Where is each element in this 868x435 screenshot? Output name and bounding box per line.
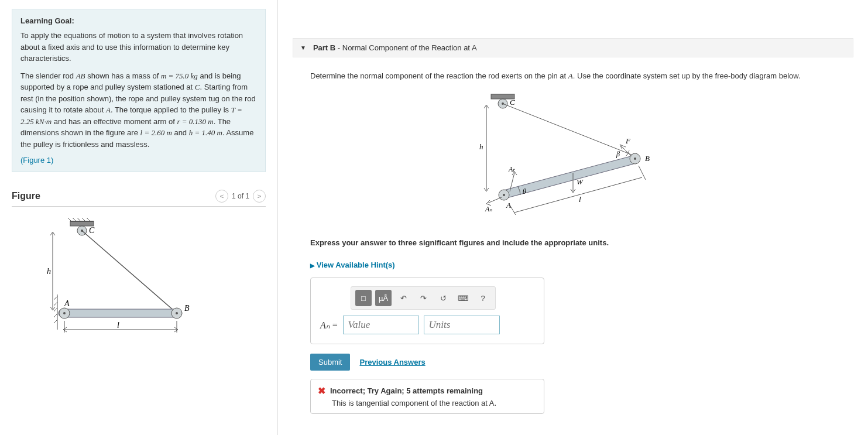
left-panel: Learning Goal: To apply the equations of… bbox=[0, 0, 278, 435]
txt: and has an effective moment arm of bbox=[52, 117, 177, 126]
answer-lhs: Aₙ = bbox=[320, 320, 338, 331]
svg-rect-35 bbox=[499, 155, 636, 200]
collapse-icon: ▼ bbox=[300, 44, 306, 51]
figure-heading: Figure bbox=[12, 191, 40, 201]
question-body: Determine the normal component of the re… bbox=[293, 57, 853, 414]
learning-goal-box: Learning Goal: To apply the equations of… bbox=[12, 9, 266, 172]
help-button[interactable]: ? bbox=[475, 290, 491, 306]
answer-input-row: Aₙ = bbox=[320, 316, 534, 334]
svg-point-15 bbox=[176, 312, 178, 314]
redo-icon: ↷ bbox=[420, 294, 427, 303]
svg-text:h: h bbox=[47, 267, 51, 276]
svg-text:W: W bbox=[577, 177, 584, 186]
svg-text:Aₜ: Aₜ bbox=[508, 165, 515, 173]
txt: . The torque applied to the pulley is bbox=[111, 105, 231, 114]
txt: The slender rod bbox=[20, 71, 76, 80]
svg-line-34 bbox=[503, 104, 633, 155]
goal-p1: To apply the equations of motion to a sy… bbox=[20, 30, 257, 64]
submit-row: Submit Previous Answers bbox=[310, 354, 836, 371]
keyboard-button[interactable]: ⌨ bbox=[455, 290, 471, 306]
svg-text:A: A bbox=[64, 299, 70, 308]
keyboard-icon: ⌨ bbox=[458, 294, 469, 303]
svg-rect-11 bbox=[59, 309, 181, 317]
txt: Express your answer to three significant… bbox=[310, 238, 609, 247]
var-l: l = 2.60 m bbox=[140, 128, 172, 137]
free-body-diagram: C A B h Aₜ Aₙ bbox=[479, 91, 667, 225]
right-panel: ▼ Part B - Normal Component of the React… bbox=[278, 0, 868, 435]
undo-button[interactable]: ↶ bbox=[395, 290, 411, 306]
svg-text:C: C bbox=[89, 226, 95, 235]
figure-header: Figure < 1 of 1 > bbox=[12, 190, 266, 207]
previous-answers-link[interactable]: Previous Answers bbox=[359, 358, 425, 367]
svg-line-10 bbox=[82, 231, 176, 312]
goal-heading: Learning Goal: bbox=[20, 16, 257, 25]
feedback-sub: This is tangential component of the reac… bbox=[332, 399, 537, 407]
undo-icon: ↶ bbox=[400, 294, 407, 303]
feedback-box: ✖ Incorrect; Try Again; 5 attempts remai… bbox=[310, 379, 544, 414]
svg-line-4 bbox=[77, 218, 81, 221]
var-a: A bbox=[568, 71, 573, 80]
submit-button[interactable]: Submit bbox=[310, 354, 350, 371]
txt: and bbox=[172, 128, 189, 137]
pager-label: 1 of 1 bbox=[232, 192, 249, 200]
question-prompt: Determine the normal component of the re… bbox=[310, 70, 836, 82]
svg-line-3 bbox=[73, 218, 76, 221]
svg-line-6 bbox=[87, 218, 90, 221]
svg-point-39 bbox=[634, 157, 636, 160]
feedback-head-text: Incorrect; Try Again; 5 attempts remaini… bbox=[330, 386, 483, 395]
feedback-heading: ✖ Incorrect; Try Again; 5 attempts remai… bbox=[318, 385, 537, 396]
help-icon: ? bbox=[481, 294, 485, 303]
pager-next-button[interactable]: > bbox=[253, 190, 266, 203]
svg-text:θ: θ bbox=[523, 187, 526, 196]
txt: shown has a mass of bbox=[85, 71, 161, 80]
reset-icon: ↺ bbox=[440, 294, 447, 303]
svg-text:Aₙ: Aₙ bbox=[485, 205, 492, 213]
var-r: r = 0.130 m bbox=[177, 117, 213, 126]
svg-text:h: h bbox=[479, 142, 483, 151]
template-button[interactable]: □ bbox=[355, 290, 372, 306]
svg-line-26 bbox=[54, 302, 57, 306]
svg-line-25 bbox=[54, 296, 57, 300]
incorrect-icon: ✖ bbox=[318, 385, 325, 396]
svg-text:B: B bbox=[645, 154, 650, 163]
svg-line-28 bbox=[54, 314, 57, 317]
answer-box: □ µÅ ↶ ↷ ↺ ⌨ ? Aₙ = bbox=[310, 278, 544, 344]
symbols-button[interactable]: µÅ bbox=[375, 290, 392, 306]
fraction-icon: □ bbox=[361, 294, 366, 303]
svg-text:l: l bbox=[579, 195, 581, 204]
view-hints-link[interactable]: View Available Hint(s) bbox=[310, 261, 395, 269]
part-subtitle: - Normal Component of the Reaction at A bbox=[335, 43, 476, 52]
var-ab: AB bbox=[76, 71, 85, 80]
redo-button[interactable]: ↷ bbox=[415, 290, 431, 306]
svg-point-13 bbox=[63, 312, 66, 314]
part-title: Part B - Normal Component of the Reactio… bbox=[313, 43, 477, 52]
goal-p2: The slender rod AB shown has a mass of m… bbox=[20, 70, 257, 150]
svg-line-29 bbox=[54, 320, 57, 323]
svg-point-37 bbox=[503, 194, 505, 196]
svg-line-2 bbox=[68, 218, 71, 221]
svg-line-27 bbox=[54, 308, 57, 311]
var-h: h = 1.40 m bbox=[189, 128, 222, 137]
answer-toolbar: □ µÅ ↶ ↷ ↺ ⌨ ? bbox=[351, 286, 496, 310]
figure-link[interactable]: (Figure 1) bbox=[20, 156, 53, 165]
svg-line-5 bbox=[82, 218, 85, 221]
txt: . Use the coordinate system set up by th… bbox=[573, 71, 801, 80]
reset-button[interactable]: ↺ bbox=[435, 290, 451, 306]
symbols-icon: µÅ bbox=[379, 294, 388, 303]
part-header[interactable]: ▼ Part B - Normal Component of the React… bbox=[293, 38, 853, 57]
figure-image: C A B h l bbox=[47, 215, 211, 344]
express-instruction: Express your answer to three significant… bbox=[310, 237, 836, 249]
txt: Determine the normal component of the re… bbox=[310, 71, 568, 80]
svg-text:B: B bbox=[184, 304, 190, 313]
var-a: A bbox=[106, 105, 111, 114]
pager-prev-button[interactable]: < bbox=[215, 190, 228, 203]
svg-text:l: l bbox=[117, 321, 119, 330]
svg-text:F: F bbox=[625, 136, 631, 145]
figure-pager: < 1 of 1 > bbox=[215, 190, 266, 203]
value-input[interactable] bbox=[343, 316, 419, 334]
svg-text:β: β bbox=[616, 150, 620, 158]
units-input[interactable] bbox=[424, 316, 500, 334]
svg-rect-0 bbox=[70, 221, 94, 226]
svg-text:C: C bbox=[510, 98, 515, 107]
part-label: Part B bbox=[313, 43, 335, 52]
